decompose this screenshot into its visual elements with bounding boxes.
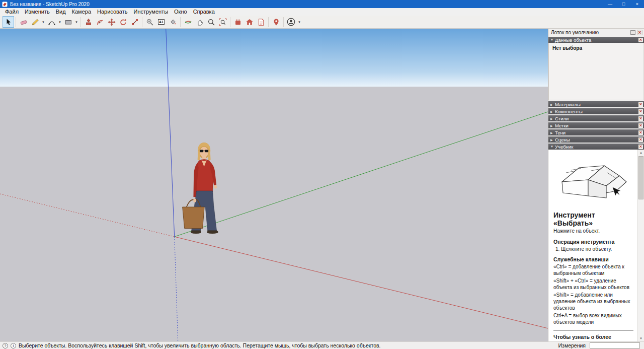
tape-measure-tool-button[interactable]: [144, 16, 155, 28]
expand-icon: ▶: [550, 124, 555, 127]
section-components[interactable]: ▶ Компоненты ×: [548, 108, 644, 114]
tray-title: Лоток по умолчанию: [551, 30, 630, 35]
rotate-icon: [119, 18, 127, 26]
arcs-tool-button[interactable]: [46, 16, 57, 28]
scale-tool-button[interactable]: [129, 16, 140, 28]
paint-bucket-tool-button[interactable]: [167, 16, 179, 28]
instructor-subtitle: Нажмите на объект.: [553, 228, 633, 234]
close-tray-icon[interactable]: ×: [637, 30, 642, 35]
user-avatar-icon: [287, 18, 295, 26]
zoom-extents-tool-button[interactable]: [217, 16, 228, 28]
extension-warehouse-button[interactable]: [232, 16, 244, 28]
toolbar-separator: [16, 17, 16, 27]
tray-header: Лоток по умолчанию ×: [548, 29, 644, 36]
menu-file[interactable]: Файл: [2, 8, 22, 16]
rectangle-icon: [64, 18, 72, 26]
select-tool-button[interactable]: [3, 16, 14, 28]
measurements-input[interactable]: [590, 342, 640, 348]
close-section-icon[interactable]: ×: [638, 137, 643, 142]
status-hint-text: Выберите объекты. Воспользуйтесь клавише…: [19, 342, 556, 348]
add-location-button[interactable]: [270, 16, 282, 28]
close-section-icon[interactable]: ×: [638, 38, 643, 42]
minimize-button[interactable]: —: [603, 0, 617, 8]
modeling-viewport[interactable]: [0, 29, 548, 341]
toolbar-separator: [230, 17, 230, 27]
close-section-icon[interactable]: ×: [638, 123, 643, 128]
operation-heading: Операция инструмента: [553, 239, 633, 245]
expand-icon: ▶: [550, 110, 555, 113]
window-title: Без названия - SketchUp Pro 2020: [10, 2, 603, 7]
line-tool-button[interactable]: [29, 16, 41, 28]
pan-tool-button[interactable]: [194, 16, 205, 28]
rotate-tool-button[interactable]: [117, 16, 129, 28]
send-to-layout-button[interactable]: [255, 16, 267, 28]
info-icon[interactable]: i: [11, 343, 16, 348]
modifier-key-item: «Shift» = добавление или удаление объект…: [553, 292, 633, 311]
zoom-icon: [207, 18, 215, 26]
close-section-icon[interactable]: ×: [638, 109, 643, 114]
close-section-icon[interactable]: ×: [638, 130, 643, 135]
section-styles[interactable]: ▶ Стили ×: [548, 115, 644, 121]
menu-view[interactable]: Вид: [53, 8, 69, 16]
arcs-flyout-caret[interactable]: ▼: [57, 16, 62, 28]
expand-icon: ▶: [550, 103, 555, 106]
toolbar-separator: [142, 17, 142, 27]
modifier-key-item: «Ctrl» = добавление объекта к выбранным …: [553, 263, 633, 276]
instructor-scrollbar[interactable]: ▲ ▼: [637, 150, 644, 341]
getting-started-toolbar: ▼ ▼ ▼ A1: [0, 16, 644, 29]
push-pull-tool-button[interactable]: [83, 16, 94, 28]
offset-tool-button[interactable]: [94, 16, 106, 28]
pan-hand-icon: [196, 18, 204, 26]
pin-tray-icon[interactable]: [630, 30, 635, 35]
window-controls: — □ ×: [603, 0, 644, 8]
tape-measure-icon: [146, 18, 154, 26]
eraser-tool-button[interactable]: [18, 16, 29, 28]
shapes-tool-button[interactable]: [62, 16, 74, 28]
orbit-tool-button[interactable]: [182, 16, 194, 28]
line-flyout-caret[interactable]: ▼: [41, 16, 46, 28]
close-section-icon[interactable]: ×: [638, 116, 643, 121]
titlebar: Без названия - SketchUp Pro 2020 — □ ×: [0, 0, 644, 8]
maximize-button[interactable]: □: [617, 0, 630, 8]
text-tool-button[interactable]: A1: [155, 16, 167, 28]
menu-window[interactable]: Окно: [171, 8, 190, 16]
close-section-icon[interactable]: ×: [638, 102, 643, 107]
section-label: Компоненты: [555, 109, 638, 114]
menu-tools[interactable]: Инструменты: [130, 8, 171, 16]
section-instructor[interactable]: ▼ Учебник ×: [548, 144, 644, 150]
menu-draw[interactable]: Нарисовать: [94, 8, 130, 16]
3d-warehouse-button[interactable]: [244, 16, 255, 28]
section-label: Тени: [555, 130, 638, 135]
menu-edit[interactable]: Изменить: [22, 8, 53, 16]
scrollbar-thumb[interactable]: [638, 156, 643, 199]
section-scenes[interactable]: ▶ Сцены ×: [548, 136, 644, 143]
menu-help[interactable]: Справка: [190, 8, 218, 16]
shapes-flyout-caret[interactable]: ▼: [74, 16, 79, 28]
sign-in-flyout-caret[interactable]: ▼: [297, 16, 302, 28]
expand-icon: ▶: [550, 131, 555, 134]
scale-icon: [131, 18, 139, 26]
geolocation-help-icon[interactable]: ?: [3, 343, 8, 348]
pencil-icon: [31, 18, 39, 26]
sign-in-button[interactable]: [285, 16, 297, 28]
learn-more-link[interactable]: Чтобы узнать о более: [553, 330, 633, 340]
ground-plane: [0, 87, 548, 341]
section-entity-info[interactable]: ▼ Данные объекта ×: [548, 37, 644, 43]
move-tool-button[interactable]: [106, 16, 117, 28]
scroll-up-icon[interactable]: ▲: [638, 150, 644, 156]
menubar: Файл Изменить Вид Камера Нарисовать Инст…: [0, 8, 644, 16]
toolbar-separator: [180, 17, 181, 27]
arc-icon: [48, 18, 56, 26]
scroll-down-icon[interactable]: ▼: [638, 335, 644, 341]
zoom-tool-button[interactable]: [205, 16, 217, 28]
section-label: Учебник: [555, 144, 638, 150]
close-section-icon[interactable]: ×: [638, 145, 643, 149]
collapse-icon: ▼: [550, 38, 555, 41]
section-materials[interactable]: ▶ Материалы ×: [548, 101, 644, 107]
sketchup-logo-icon: [2, 2, 8, 7]
expand-icon: ▶: [550, 138, 555, 142]
menu-camera[interactable]: Камера: [69, 8, 94, 16]
section-shadows[interactable]: ▶ Тени ×: [548, 129, 644, 135]
section-tags[interactable]: ▶ Метки ×: [548, 122, 644, 128]
close-button[interactable]: ×: [630, 0, 644, 8]
